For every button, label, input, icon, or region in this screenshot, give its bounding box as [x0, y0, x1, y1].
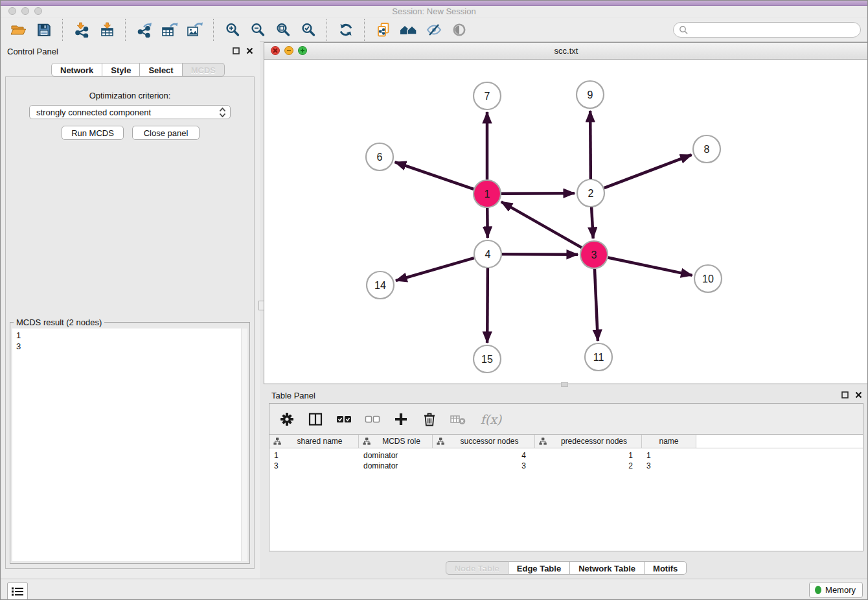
close-table-panel-icon[interactable]	[855, 391, 862, 398]
memory-button[interactable]: Memory	[809, 582, 863, 598]
toolbar-separator	[326, 19, 327, 41]
mcds-result-box: MCDS result (2 nodes) 1 3	[10, 322, 250, 564]
export-network-icon[interactable]	[133, 20, 155, 40]
import-network-icon[interactable]	[71, 20, 92, 40]
close-panel-button[interactable]: Close panel	[132, 126, 200, 140]
column-header-predecessor-nodes[interactable]: predecessor nodes	[535, 435, 642, 448]
network-canvas[interactable]: 1234678910111415	[264, 59, 868, 384]
network-window-title: scc.txt	[264, 46, 868, 56]
graph-edge-2-3[interactable]	[591, 207, 593, 238]
run-mcds-button[interactable]: Run MCDS	[62, 126, 124, 140]
graph-edge-3-1[interactable]	[501, 202, 582, 248]
network-window-titlebar[interactable]: scc.txt	[264, 43, 868, 60]
graph-edge-3-10[interactable]	[608, 258, 692, 275]
titlebar: Session: New Session	[1, 1, 867, 17]
mcds-result-title: MCDS result (2 nodes)	[14, 317, 104, 327]
clone-network-icon[interactable]	[372, 20, 394, 40]
graph-edge-1-2[interactable]	[501, 193, 575, 194]
column-header-shared-name[interactable]: shared name	[269, 435, 359, 448]
table-row[interactable]: 1dominator411	[269, 450, 863, 461]
tab-network-table[interactable]: Network Table	[570, 561, 645, 575]
list-icon	[12, 587, 23, 596]
table-cell: 4	[433, 451, 535, 460]
tree-column-icon	[273, 437, 281, 446]
app-window: Session: New Session	[0, 0, 868, 600]
table-toolbar: f(x)	[269, 404, 863, 434]
tree-column-icon	[437, 437, 444, 446]
zoom-in-icon[interactable]	[222, 20, 243, 40]
save-session-icon[interactable]	[33, 20, 54, 40]
show-all-networks-icon[interactable]	[398, 20, 419, 40]
table-cell: dominator	[359, 451, 433, 460]
graph-edge-2-8[interactable]	[604, 155, 692, 188]
graph-node-label-6: 6	[377, 152, 383, 163]
graph-edge-3-11[interactable]	[595, 269, 598, 341]
task-history-button[interactable]	[7, 583, 28, 600]
tab-network[interactable]: Network	[51, 63, 102, 76]
memory-status-dot	[815, 586, 821, 594]
deselect-all-columns-icon[interactable]	[364, 411, 381, 428]
graph-edge-1-6[interactable]	[395, 162, 474, 189]
hide-panels-icon[interactable]	[423, 20, 444, 40]
select-all-columns-icon[interactable]	[336, 411, 352, 428]
graph-node-label-7: 7	[485, 91, 490, 102]
window-resize-handle[interactable]	[561, 382, 568, 387]
export-table-icon[interactable]	[159, 20, 180, 40]
table-cell: 3	[433, 461, 535, 470]
birdseye-view-icon[interactable]	[448, 20, 470, 40]
table-cell: 1	[269, 451, 359, 460]
optimization-criterion-select[interactable]: strongly connected component	[29, 105, 231, 119]
delete-table-icon[interactable]	[450, 411, 466, 428]
graph-node-label-3: 3	[591, 249, 597, 260]
open-session-icon[interactable]	[8, 20, 29, 40]
zoom-fit-icon[interactable]	[272, 20, 293, 40]
graph-edge-4-15[interactable]	[487, 268, 488, 343]
graph-node-label-8: 8	[704, 144, 710, 155]
delete-column-icon[interactable]	[421, 411, 438, 428]
zoom-out-icon[interactable]	[247, 20, 268, 40]
column-header-name[interactable]: name	[642, 435, 696, 448]
tree-column-icon	[363, 437, 371, 446]
column-header-MCDS-role[interactable]: MCDS role	[359, 435, 433, 448]
mcds-result-list[interactable]: 1 3	[12, 329, 247, 561]
tab-node-table[interactable]: Node Table	[446, 561, 508, 575]
mcds-result-scrollbar[interactable]	[241, 329, 247, 561]
tab-mcds[interactable]: MCDS	[183, 63, 225, 76]
tab-edge-table[interactable]: Edge Table	[508, 561, 570, 575]
add-column-icon[interactable]	[393, 411, 409, 428]
zoom-selected-icon[interactable]	[297, 20, 319, 40]
tab-select[interactable]: Select	[140, 63, 182, 76]
import-table-icon[interactable]	[96, 20, 117, 40]
graph-edge-4-3[interactable]	[502, 254, 578, 255]
settings-gear-icon[interactable]	[279, 411, 295, 428]
graph-node-label-10: 10	[702, 273, 714, 284]
table-cell: 3	[269, 461, 359, 470]
tab-style[interactable]: Style	[102, 63, 140, 76]
main-toolbar	[1, 18, 867, 42]
search-box	[673, 22, 861, 38]
column-header-successor-nodes[interactable]: successor nodes	[433, 435, 535, 448]
mcds-panel: Optimization criterion: strongly connect…	[5, 76, 255, 569]
refresh-network-icon[interactable]	[335, 20, 356, 40]
memory-label: Memory	[825, 585, 856, 595]
graph-edge-4-14[interactable]	[396, 258, 474, 281]
optimization-criterion-value: strongly connected component	[36, 108, 219, 117]
export-image-icon[interactable]	[184, 20, 205, 40]
control-panel-tabs: NetworkStyleSelectMCDS	[51, 63, 225, 76]
table-row[interactable]: 3dominator323	[269, 461, 863, 471]
table-header-row: shared nameMCDS rolesuccessor nodesprede…	[269, 434, 863, 448]
graph-edge-2-9[interactable]	[590, 111, 591, 179]
table-tabs: Node TableEdge TableNetwork TableMotifs	[264, 561, 868, 575]
tab-motifs[interactable]: Motifs	[645, 561, 687, 575]
mcds-result-values: 1 3	[16, 330, 21, 352]
table-rows: 1dominator4113dominator323	[269, 448, 863, 471]
close-panel-icon[interactable]	[246, 47, 253, 54]
toolbar-separator	[364, 19, 365, 41]
split-panel-icon[interactable]	[307, 411, 324, 428]
float-panel-icon[interactable]	[233, 47, 240, 54]
node-table-block: f(x) shared nameMCDS rolesuccessor nodes…	[269, 403, 863, 551]
float-table-panel-icon[interactable]	[841, 391, 849, 398]
function-builder-icon[interactable]: f(x)	[478, 411, 504, 428]
graph-node-label-11: 11	[593, 352, 604, 363]
search-input[interactable]	[689, 25, 860, 36]
